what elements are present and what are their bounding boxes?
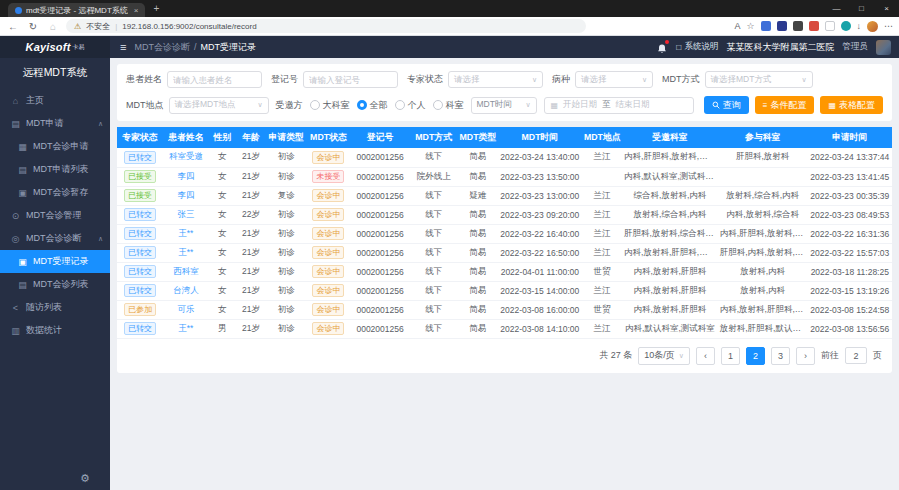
patient-name-link[interactable]: 可乐 <box>177 304 194 314</box>
sidebar-group-mdt-apply[interactable]: ▤ MDT申请 ∧ <box>0 112 110 135</box>
sidebar-group-mdt-diagnosis[interactable]: ◎ MDT会诊诊断 ∧ <box>0 227 110 250</box>
cell-mdt-status: 会诊中 <box>306 262 350 281</box>
mdt-place-select[interactable]: 请选择MDT地点 ∨ <box>169 97 269 114</box>
cell-mdt-type: 简易 <box>458 224 498 243</box>
search-button[interactable]: 查询 <box>704 96 749 114</box>
page-button-1[interactable]: 1 <box>721 347 740 365</box>
radio-icon <box>310 100 320 110</box>
table-config-button[interactable]: ▦ 表格配置 <box>820 96 883 114</box>
cell-mdt-place: 兰江 <box>582 319 622 338</box>
patient-name-link[interactable]: 王** <box>178 247 193 257</box>
page-jump-input[interactable] <box>845 347 867 364</box>
home-icon[interactable]: ⌂ <box>46 21 60 32</box>
sidebar-item-mdt-apply-list[interactable]: ▤ MDT申请列表 <box>0 158 110 181</box>
security-warning-label[interactable]: 不安全 <box>86 21 110 32</box>
mdt-mode-select[interactable]: 请选择MDT方式 ∨ <box>705 71 813 88</box>
extension-icon[interactable] <box>841 21 851 31</box>
column-header: 参与科室 <box>718 127 808 148</box>
reg-no-input[interactable] <box>303 71 398 88</box>
download-icon[interactable]: ↓ <box>857 21 862 31</box>
notification-bell-icon[interactable] <box>656 41 668 53</box>
cell-age: 21岁 <box>236 300 267 319</box>
reload-icon[interactable]: ↻ <box>26 21 40 32</box>
sidebar-item-followup-list[interactable]: < 随访列表 <box>0 296 110 319</box>
extension-icon[interactable] <box>761 21 771 31</box>
column-header: 受邀科室 <box>622 127 718 148</box>
radio-dept[interactable]: 科室 <box>433 99 464 112</box>
page-size-select[interactable]: 10条/页 ∨ <box>638 347 690 365</box>
cell-expert-status: 已转交 <box>117 205 163 224</box>
settings-gear-icon[interactable]: ⚙ <box>80 472 90 485</box>
disease-select[interactable]: 请选择 ∨ <box>575 71 653 88</box>
cell-gender: 女 <box>209 300 236 319</box>
cell-mdt-status: 会诊中 <box>306 148 350 167</box>
sidebar-item-mdt-consult-list[interactable]: ▤ MDT会诊列表 <box>0 273 110 296</box>
system-note-link[interactable]: □ 系统说明 <box>676 41 718 53</box>
cell-apply-time: 2022-03-08 13:56:56 <box>808 319 892 338</box>
radio-big-dept[interactable]: 大科室 <box>310 99 350 112</box>
patient-name-link[interactable]: 西科室 <box>173 266 199 276</box>
tab-close-icon[interactable]: × <box>134 6 139 15</box>
cell-mdt-status: 会诊中 <box>306 300 350 319</box>
cell-mdt-type: 疑难 <box>458 186 498 205</box>
cell-mdt-type: 简易 <box>458 281 498 300</box>
share-icon: < <box>10 303 21 313</box>
browser-menu-icon[interactable]: ⋯ <box>884 21 893 31</box>
expert-status-select[interactable]: 请选择 ∨ <box>448 71 543 88</box>
favorite-star-icon[interactable]: ☆ <box>746 21 754 31</box>
page-button-2-active[interactable]: 2 <box>746 347 765 365</box>
cell-apply-time: 2022-03-08 15:24:58 <box>808 300 892 319</box>
url-text[interactable]: 192.168.0.156:9002/consultale/record <box>122 22 256 31</box>
extension-icon[interactable] <box>793 21 803 31</box>
address-bar[interactable]: ⚠ 不安全 | 192.168.0.156:9002/consultale/re… <box>66 19 586 33</box>
sidebar-item-mdt-consult-draft[interactable]: ▣ MDT会诊暂存 <box>0 181 110 204</box>
patient-name-link[interactable]: 李四 <box>177 190 194 200</box>
browser-tab[interactable]: mdt受理记录 - 远程MDT系统 × <box>8 3 145 17</box>
next-page-button[interactable]: › <box>796 347 815 365</box>
close-button[interactable]: × <box>874 0 899 17</box>
cell-expert-status: 已转交 <box>117 243 163 262</box>
cell-joined-depts: 放射科,综合科,内科 <box>718 186 808 205</box>
logo-text: Kayisoft <box>26 41 71 53</box>
patient-name-link[interactable]: 王** <box>178 323 193 333</box>
browser-urlbar: ← ↻ ⌂ ⚠ 不安全 | 192.168.0.156:9002/consult… <box>0 17 899 36</box>
browser-profile-avatar[interactable] <box>867 21 878 32</box>
status-badge: 已转交 <box>124 246 156 259</box>
extension-icon[interactable] <box>809 21 819 31</box>
expert-status-label: 专家状态 <box>407 73 443 86</box>
date-range-picker[interactable]: ▦ 开始日期 至 结束日期 <box>544 97 694 114</box>
patient-name-link[interactable]: 张三 <box>177 209 194 219</box>
cell-invited-depts: 放射科,综合科,内科 <box>622 205 718 224</box>
radio-personal[interactable]: 个人 <box>395 99 426 112</box>
prev-page-button[interactable]: ‹ <box>696 347 715 365</box>
sidebar-item-home[interactable]: ⌂ 主页 <box>0 89 110 112</box>
back-icon[interactable]: ← <box>6 21 20 32</box>
radio-all[interactable]: 全部 <box>357 99 388 112</box>
cell-apply-type: 初诊 <box>266 148 306 167</box>
sidebar-item-mdt-consult-manage[interactable]: ⊙ MDT会诊管理 <box>0 204 110 227</box>
sidebar-item-statistics[interactable]: ▥ 数据统计 <box>0 319 110 342</box>
sidebar-item-mdt-accept-records[interactable]: ▣ MDT受理记录 <box>0 250 110 273</box>
patient-name-input[interactable] <box>167 71 262 88</box>
maximize-button[interactable]: □ <box>849 0 874 17</box>
cell-expert-status: 已转交 <box>117 319 163 338</box>
patient-name-link[interactable]: 台湾人 <box>173 285 199 295</box>
condition-config-button[interactable]: ≡ 条件配置 <box>755 96 815 114</box>
page-button-3[interactable]: 3 <box>771 347 790 365</box>
new-tab-button[interactable]: + <box>153 3 159 14</box>
sidebar-item-mdt-consult-apply[interactable]: ▦ MDT会诊申请 <box>0 135 110 158</box>
cell-mdt-status: 会诊中 <box>306 281 350 300</box>
status-badge: 会诊中 <box>312 246 344 259</box>
condition-icon: ≡ <box>763 101 768 110</box>
patient-name-link[interactable]: 李四 <box>177 171 194 181</box>
status-badge: 已转交 <box>124 227 156 240</box>
patient-name-link[interactable]: 王** <box>178 228 193 238</box>
extension-icon[interactable] <box>777 21 787 31</box>
read-aloud-icon[interactable]: A <box>734 21 740 31</box>
patient-name-link[interactable]: 科室受邀 <box>169 151 203 161</box>
user-avatar[interactable] <box>876 40 891 55</box>
sidebar-collapse-icon[interactable]: ≡ <box>120 41 126 53</box>
mdt-time-select[interactable]: MDT时间 ∨ <box>471 97 537 114</box>
extension-icon[interactable] <box>825 21 835 31</box>
minimize-button[interactable]: — <box>824 0 849 17</box>
